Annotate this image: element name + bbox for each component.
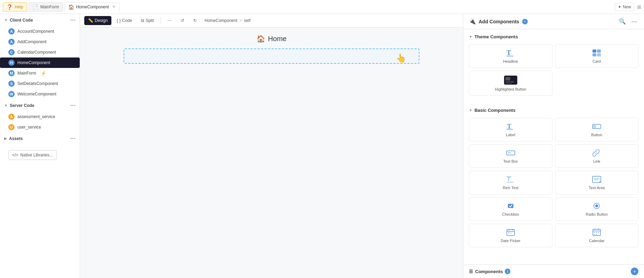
search-button[interactable]: 🔍 [618,17,627,25]
code-icon: { } [117,18,120,23]
headline-label: Headline [503,59,518,63]
link-component-item[interactable]: Link [555,144,639,168]
right-panel-header: 🔌 Add Components i 🔍 — [463,14,644,29]
checkbox-component-item[interactable]: Checkbox [469,197,552,221]
sidebar-item-accountcomponent[interactable]: A AccountComponent [0,26,80,37]
sidebar-item-mainform[interactable]: M MainForm ⚡ [0,68,80,78]
sidebar-item-assessment-service[interactable]: A assessment_service [0,111,80,122]
basic-components-grid: T Label [463,115,644,252]
basic-components-header[interactable]: ▼ Basic Components [463,106,644,115]
homecomponent-label: HomeComponent [17,60,50,65]
client-code-section: ▼ Client Code ⋯ A AccountComponent A Add… [0,14,80,99]
link-icon [592,149,602,157]
button-icon [592,122,602,131]
headline-icon: T [506,49,516,57]
design-button[interactable]: ✏️ Design [84,16,111,25]
server-code-section: ▼ Server Code ⋯ A assessment_service U u… [0,99,80,132]
card-component-item[interactable]: Card [555,44,639,68]
close-panel-button[interactable]: — [630,18,638,25]
svg-rect-29 [508,232,510,233]
svg-rect-30 [510,232,512,233]
theme-components-header[interactable]: ▼ Theme Components [463,32,644,41]
native-libraries-button[interactable]: </> Native Libraries... [8,150,57,160]
textarea-icon [592,175,602,184]
new-button[interactable]: ✦ New [615,3,634,11]
label-component-item[interactable]: T Label [469,118,552,141]
svg-rect-39 [596,234,597,235]
textbox-component-item[interactable]: Text Box [469,144,552,168]
assets-section: ▶ Assets ⋯ [0,132,80,145]
canvas-title-text: Home [268,35,286,43]
radiobutton-component-item[interactable]: Radio Button [555,197,639,221]
canvas-drop-zone[interactable]: 👆 [124,48,419,64]
button-component-item[interactable]: Button [555,118,639,141]
breadcrumb-component: HomeComponent [205,18,237,23]
calendar-label: Calendar [589,239,605,243]
theme-components-grid: T Headline [463,41,644,100]
svg-rect-3 [597,49,601,53]
label-label: Label [506,133,515,137]
sidebar-item-setdetailscomponent[interactable]: S SetDetailsComponent [0,78,80,89]
mainform-icon: M [8,70,15,76]
sidebar-item-user-service[interactable]: U user_service [0,122,80,132]
add-components-info-badge[interactable]: i [522,19,528,24]
assessment-service-icon: A [8,114,15,120]
tab-mainform[interactable]: 📄 MainForm [29,2,63,11]
client-code-header[interactable]: ▼ Client Code ⋯ [0,14,80,26]
sidebar-item-calendarcomponent[interactable]: C CalendarComponent [0,47,80,57]
toolbar-divider-1 [160,17,161,24]
split-label: Split [146,18,154,23]
server-code-items: A assessment_service U user_service [0,111,80,132]
code-button[interactable]: { } Code [113,16,136,25]
button-label: Button [591,133,602,137]
split-icon: ⧉ [141,18,144,23]
tab-close-icon[interactable]: ✕ [112,5,116,9]
sidebar-item-homecomponent[interactable]: H HomeComponent [0,57,80,68]
richtext-component-item[interactable]: T Rich Text [469,171,552,194]
redo-button[interactable]: ↻ [189,16,201,25]
svg-rect-38 [594,234,595,235]
highlighted-button-item[interactable]: Highlighted Button [469,71,552,96]
grid-icon[interactable]: ⊞ [637,4,641,10]
cursor-icon: 👆 [396,53,406,63]
checkbox-icon [506,202,516,210]
sidebar-item-welcomecomponent[interactable]: W WelcomeComponent [0,89,80,99]
assets-header[interactable]: ▶ Assets ⋯ [0,132,80,145]
sidebar-item-addcomponent[interactable]: A AddComponent [0,37,80,47]
svg-rect-7 [505,77,510,80]
right-panel-title: 🔌 Add Components i [469,18,528,25]
client-code-more-icon[interactable]: ⋯ [70,17,76,23]
svg-rect-37 [598,232,599,233]
canvas-title-icon: 🏠 [257,34,265,43]
card-label: Card [592,59,601,63]
server-code-more-icon[interactable]: ⋯ [70,102,76,109]
assets-label: Assets [9,136,23,141]
undo-button[interactable]: ↺ [177,16,188,25]
more-options-button[interactable]: ⋯ [164,16,175,25]
canvas-title: 🏠 Home [257,34,286,43]
calendar-component-item[interactable]: Calendar [555,224,639,247]
new-icon: ✦ [618,5,621,9]
breadcrumb-separator: > [239,18,242,23]
svg-rect-22 [508,204,513,208]
datepicker-icon [506,228,516,237]
accountcomponent-label: AccountComponent [17,29,54,34]
tab-mainform-label: MainForm [40,5,59,9]
basic-chevron-icon: ▼ [469,108,472,112]
textbox-label: Text Box [503,159,518,163]
assets-more-icon[interactable]: ⋯ [70,135,76,142]
split-button[interactable]: ⧉ Split [137,16,157,25]
datepicker-component-item[interactable]: Date Picker [469,224,552,247]
checkbox-label: Checkbox [502,212,519,216]
textarea-component-item[interactable]: Text Area [555,171,639,194]
tab-homecomponent[interactable]: 🏠 HomeComponent ✕ [64,2,119,11]
headline-component-item[interactable]: T Headline [469,44,552,68]
components-info-badge[interactable]: i [505,269,510,274]
tab-help[interactable]: ❓ Help [3,2,27,11]
canvas-content[interactable]: 🏠 Home 👆 [80,28,463,278]
server-code-header[interactable]: ▼ Server Code ⋯ [0,99,80,111]
add-component-button[interactable]: + [631,268,638,275]
card-icon [592,49,602,57]
client-code-chevron: ▼ [4,18,8,22]
add-components-icon: 🔌 [469,18,476,25]
